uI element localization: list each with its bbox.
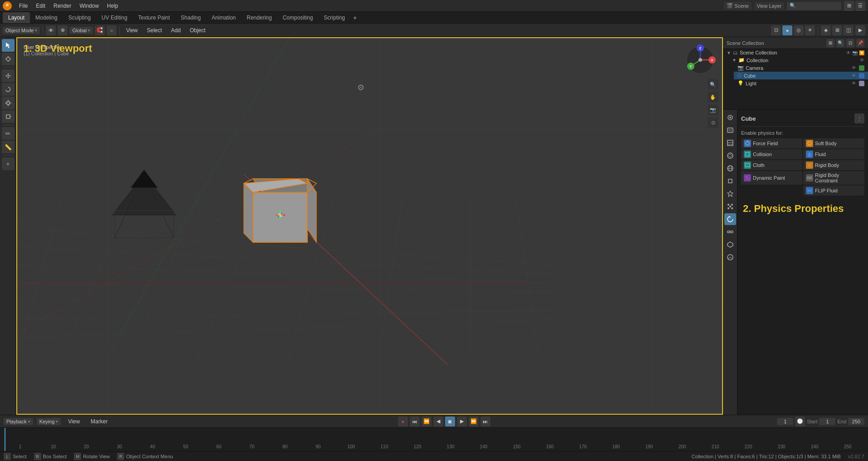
add-object-tool-btn[interactable]: + — [2, 157, 15, 170]
add-menu[interactable]: Add — [167, 26, 184, 34]
record-btn[interactable]: ● — [398, 417, 408, 427]
view-layer-props-icon[interactable] — [724, 137, 736, 149]
timeline-track[interactable]: 1 10 20 30 40 50 60 70 80 90 100 110 120… — [0, 428, 868, 451]
timeline-view-menu[interactable]: View — [64, 417, 83, 426]
jump-start-btn[interactable]: ⏮ — [410, 417, 420, 427]
pan-btn[interactable]: ✋ — [708, 92, 718, 103]
step-forward-btn[interactable]: ⏩ — [469, 417, 479, 427]
zoom-in-btn[interactable]: 🔍 — [708, 79, 718, 90]
outliner-item-collection[interactable]: ▼ 📁 Collection 👁 — [728, 56, 868, 64]
soft-body-btn[interactable]: Soft Body — [803, 138, 864, 148]
options-toggle-btn[interactable]: ▶ — [855, 25, 865, 35]
viewport-gear-icon[interactable]: ⚙ — [357, 83, 364, 93]
frame-clock-btn[interactable]: 🕐 — [795, 417, 805, 427]
play-btn[interactable]: ▶ — [457, 417, 467, 427]
rendered-shading-btn[interactable]: ☀ — [805, 25, 815, 35]
dynamic-paint-btn[interactable]: Dynamic Paint — [741, 171, 802, 185]
menu-render[interactable]: Render — [50, 2, 75, 10]
cursor-tool-btn[interactable] — [2, 53, 15, 65]
object-props-icon[interactable] — [724, 175, 736, 187]
navigation-gizmo[interactable]: Z X Y — [684, 44, 717, 76]
tab-uv-editing[interactable]: UV Editing — [96, 12, 133, 23]
outliner-item-light[interactable]: 💡 Light 👁 — [734, 79, 868, 87]
play-back-btn[interactable]: ◀ — [433, 417, 443, 427]
tab-layout[interactable]: Layout — [3, 12, 30, 23]
start-frame-input[interactable]: 1 — [819, 418, 835, 425]
particles-props-icon[interactable] — [724, 201, 736, 212]
outliner-options-btn[interactable]: ⊡ — [846, 39, 854, 47]
menu-window[interactable]: Window — [76, 2, 102, 10]
data-props-icon[interactable] — [724, 239, 736, 250]
tab-texture-paint[interactable]: Texture Paint — [133, 12, 175, 23]
force-field-btn[interactable]: Force Field — [741, 138, 802, 148]
current-frame-input[interactable]: 1 — [777, 418, 793, 425]
filter-icon[interactable]: ⊞ — [844, 1, 854, 11]
transform-tool-btn[interactable] — [2, 110, 15, 123]
jump-end-btn[interactable]: ⏭ — [480, 417, 490, 427]
add-workspace-btn[interactable]: + — [350, 13, 359, 22]
measure-tool-btn[interactable]: 📏 — [2, 141, 15, 153]
xray-toggle-btn[interactable]: ◫ — [844, 25, 853, 35]
stop-btn[interactable]: ⏹ — [445, 417, 455, 427]
search-bar[interactable]: 🔍 — [787, 2, 841, 10]
scene-props-icon[interactable] — [724, 150, 736, 162]
material-props-icon[interactable] — [724, 251, 736, 263]
local-view-btn[interactable]: ⊙ — [708, 117, 718, 128]
proportional-edit-btn[interactable]: ○ — [107, 25, 116, 35]
outliner-item-cube[interactable]: ⬡ Cube 👁 — [734, 72, 868, 79]
output-props-icon[interactable] — [724, 124, 736, 136]
snap-btn[interactable]: 🧲 — [95, 25, 105, 35]
select-menu[interactable]: Select — [143, 26, 165, 34]
outliner-search-btn[interactable]: 🔍 — [836, 39, 844, 47]
tab-scripting[interactable]: Scripting — [318, 12, 350, 23]
scene-selector[interactable]: 🎬 Scene Collection Scene — [724, 2, 752, 10]
tab-compositing[interactable]: Compositing — [277, 12, 319, 23]
keying-dropdown[interactable]: Keying — [37, 418, 61, 425]
rigid-body-constraint-btn[interactable]: Rigid Body Constraint — [803, 171, 864, 185]
transform-space-dropdown[interactable]: Global — [69, 27, 93, 34]
outliner-filter-btn[interactable]: ⊞ — [826, 39, 834, 47]
fluid-btn[interactable]: Fluid — [803, 149, 864, 159]
world-props-icon[interactable] — [724, 162, 736, 174]
scale-tool-btn[interactable] — [2, 97, 15, 109]
view-overlay-btn[interactable]: 👁 — [46, 25, 56, 35]
wireframe-shading-btn[interactable]: ⊡ — [771, 25, 781, 35]
tab-shading[interactable]: Shading — [175, 12, 206, 23]
solid-shading-btn[interactable]: ● — [782, 25, 792, 35]
step-back-btn[interactable]: ⏪ — [422, 417, 432, 427]
playback-dropdown[interactable]: Playback — [4, 418, 33, 425]
material-shading-btn[interactable]: ◎ — [794, 25, 804, 35]
render-props-icon[interactable] — [724, 112, 736, 123]
tab-modeling[interactable]: Modeling — [30, 12, 63, 23]
outliner-pin-btn[interactable]: 📌 — [856, 39, 864, 47]
view-menu[interactable]: View — [122, 26, 141, 34]
cloth-btn[interactable]: Cloth — [741, 160, 802, 170]
transform-pivot-btn[interactable]: ⊕ — [58, 25, 68, 35]
move-tool-btn[interactable] — [2, 69, 15, 82]
end-frame-input[interactable]: 250 — [848, 418, 864, 425]
options-icon[interactable]: ☰ — [855, 1, 865, 11]
menu-help[interactable]: Help — [103, 2, 122, 10]
rotate-tool-btn[interactable] — [2, 83, 15, 96]
tab-animation[interactable]: Animation — [206, 12, 241, 23]
rigid-body-btn[interactable]: Rigid Body — [803, 160, 864, 170]
modifier-props-icon[interactable] — [724, 188, 736, 200]
overlay-toggle-btn[interactable]: ⊞ — [832, 25, 842, 35]
camera-view-btn[interactable]: 📷 — [708, 104, 718, 115]
gizmo-toggle-btn[interactable]: ◈ — [821, 25, 831, 35]
outliner-item-camera[interactable]: 📷 Camera 👁 — [734, 64, 868, 72]
viewlayer-selector[interactable]: View Layer — [754, 2, 784, 10]
properties-options-btn[interactable]: ⋮ — [854, 113, 864, 123]
select-tool-btn[interactable] — [2, 39, 15, 52]
physics-props-icon[interactable] — [724, 213, 736, 225]
tab-sculpting[interactable]: Sculpting — [63, 12, 96, 23]
constraints-props-icon[interactable] — [724, 226, 736, 238]
annotate-tool-btn[interactable]: ✏ — [2, 127, 15, 140]
menu-file[interactable]: File — [15, 2, 31, 10]
mode-dropdown[interactable]: Object Mode — [3, 27, 40, 34]
viewport-3d[interactable]: User Perspective (1) Collection | Cube 1… — [16, 37, 723, 415]
flip-fluid-btn[interactable]: FLIP Fluid — [803, 186, 864, 196]
tab-rendering[interactable]: Rendering — [241, 12, 277, 23]
collision-btn[interactable]: Collision — [741, 149, 802, 159]
object-menu[interactable]: Object — [186, 26, 209, 34]
